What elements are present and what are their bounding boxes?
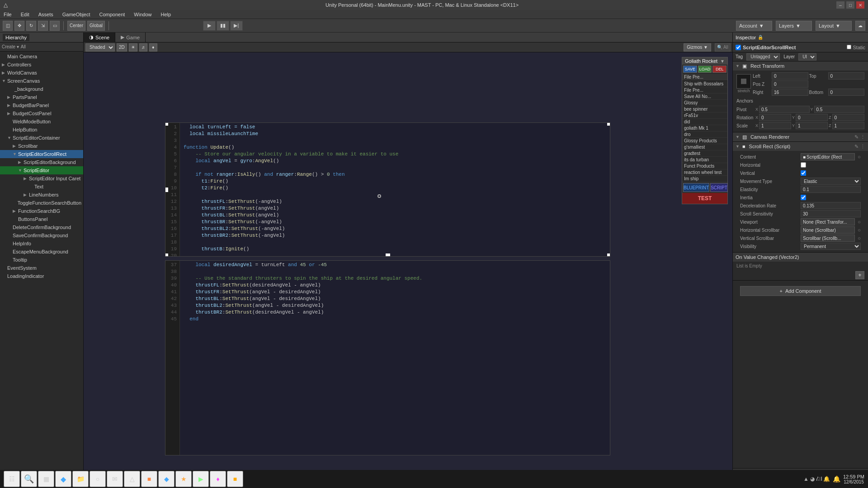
tray-time[interactable]: 12:59 PM 12/6/2015 xyxy=(843,474,864,484)
list-item[interactable]: dro xyxy=(682,131,727,138)
rect-tool[interactable]: ▭ xyxy=(50,21,60,31)
hierarchy-item-budgetbarpanel[interactable]: ▶ BudgetBarPanel xyxy=(0,101,83,109)
code-editor-view-2[interactable]: 373839 404142 434445 local desiredAngVel… xyxy=(165,260,610,455)
list-item[interactable]: its da turban xyxy=(682,157,727,163)
list-item[interactable]: Glossy Products xyxy=(682,138,727,144)
pivot-x[interactable]: 0.5 xyxy=(759,106,809,113)
scale-tool[interactable]: ⇲ xyxy=(38,21,48,31)
on-value-changed-header[interactable]: On Value Changed (Vector2) xyxy=(733,253,868,262)
menu-help[interactable]: Help xyxy=(159,11,173,18)
canvas-renderer-edit-icon[interactable]: ✎ xyxy=(854,134,859,140)
hierarchy-item-scripteditor[interactable]: ▼ ScriptEditor xyxy=(0,166,83,174)
account-dropdown[interactable]: Account ▼ xyxy=(736,21,772,31)
viewport-picker-icon[interactable]: ○ xyxy=(858,219,861,225)
list-item[interactable]: g'smalliest xyxy=(682,144,727,150)
hierarchy-item-scripteditor-input[interactable]: ▶ ScriptEditor Input Caret xyxy=(0,174,83,183)
list-item[interactable]: Ship with Bossalars xyxy=(682,81,727,87)
static-checkbox[interactable] xyxy=(847,45,851,49)
hierarchy-item-main-camera[interactable]: Main Camera xyxy=(0,52,83,61)
rotate-tool[interactable]: ↻ xyxy=(26,21,36,31)
hierarchy-item-budgetcostpanel[interactable]: ▶ BudgetCostPanel xyxy=(0,109,83,117)
canvas-renderer-header[interactable]: ▼ ▧ Canvas Renderer ✎ ⋮ xyxy=(733,132,868,141)
hierarchy-item-worldcanvas[interactable]: ▶ WorldCanvas xyxy=(0,69,83,77)
shading-dropdown[interactable]: Shaded xyxy=(85,43,115,52)
list-item[interactable]: did xyxy=(682,119,727,125)
move-tool[interactable]: ✥ xyxy=(14,21,24,31)
anchor-visual[interactable] xyxy=(736,74,751,89)
list-item[interactable]: Glossy xyxy=(682,100,727,106)
app3-btn[interactable]: ★ xyxy=(175,471,192,487)
pivot-y[interactable]: 0.5 xyxy=(814,106,864,113)
movement-type-dropdown[interactable]: Elastic xyxy=(801,178,861,185)
rot-x[interactable]: 0 xyxy=(759,114,791,121)
sound-button[interactable]: ♬ xyxy=(139,43,147,52)
inertia-checkbox[interactable] xyxy=(801,195,806,200)
layout-dropdown[interactable]: Layout ▼ xyxy=(816,21,852,31)
script-btn[interactable]: SCRIPT xyxy=(710,183,728,192)
content-picker-icon[interactable]: ○ xyxy=(858,154,861,160)
taskview-btn[interactable]: ▦ xyxy=(38,471,54,487)
explorer-btn[interactable]: 📁 xyxy=(72,471,89,487)
lighting-button[interactable]: ☀ xyxy=(129,43,137,52)
all-btn[interactable]: All xyxy=(21,44,26,49)
game-tab[interactable]: ▶ Game xyxy=(115,33,146,42)
create-btn[interactable]: Create ▾ xyxy=(2,44,19,49)
scale-x[interactable]: 1 xyxy=(759,122,791,129)
list-item[interactable]: File Pre... xyxy=(682,87,727,94)
list-item[interactable]: goliath Mk 1 xyxy=(682,125,727,131)
close-button[interactable]: ✕ xyxy=(856,1,864,9)
hierarchy-item-scrollbar[interactable]: ▶ Scrollbar xyxy=(0,142,83,150)
hierarchy-item-weldmodebutton[interactable]: WeldModeButton xyxy=(0,117,83,126)
layers-dropdown[interactable]: Layers ▼ xyxy=(776,21,812,31)
handle-tl[interactable] xyxy=(165,122,168,126)
hierarchy-item-controllers[interactable]: ▶ Controllers xyxy=(0,61,83,69)
list-item[interactable]: Funct Products xyxy=(682,163,727,169)
hierarchy-item-helpbutton[interactable]: HelpButton xyxy=(0,126,83,134)
menu-window[interactable]: Window xyxy=(132,11,153,18)
code-content-2[interactable]: local desiredAngVel = turnLeft and 45 or… xyxy=(180,261,610,455)
bottom-val[interactable]: 0 xyxy=(828,89,865,96)
scale-z[interactable]: 1 xyxy=(832,122,865,129)
inspector-tab[interactable]: Inspector xyxy=(736,35,756,40)
hierarchy-item-scripteditorcontainer[interactable]: ▼ ScriptEditorContainer xyxy=(0,134,83,142)
menu-file[interactable]: File xyxy=(2,11,14,18)
gizmos-button[interactable]: Gizmos ▼ xyxy=(684,43,711,52)
scale-y[interactable]: 1 xyxy=(796,122,828,129)
fx-button[interactable]: ♦ xyxy=(149,43,157,52)
v-scrollbar-picker-icon[interactable]: ○ xyxy=(858,235,861,241)
hierarchy-item-helpinfo[interactable]: HelpInfo xyxy=(0,239,83,248)
vertical-checkbox[interactable] xyxy=(801,170,806,176)
hierarchy-item-saveconfirm[interactable]: SaveConfirmBackground xyxy=(0,231,83,239)
cloud-button[interactable]: ☁ xyxy=(855,21,865,31)
start-button[interactable]: ☷ xyxy=(4,471,20,487)
hierarchy-item-buttonspanel[interactable]: ButtonsPanel xyxy=(0,215,83,223)
blueprint-btn[interactable]: BLUEPRINT xyxy=(683,183,709,192)
scene-viewport[interactable]: 123 456 789 101112 131415 161718 192021 … xyxy=(84,52,732,478)
maximize-button[interactable]: □ xyxy=(846,1,854,9)
list-item[interactable]: Save All No... xyxy=(682,94,727,100)
del-game-btn[interactable]: DEL xyxy=(712,66,726,73)
hierarchy-item-partspanel[interactable]: ▶ PartsPanel xyxy=(0,93,83,101)
code-content[interactable]: local turnLeft = false local missileLaun… xyxy=(180,123,610,256)
hierarchy-item-tooltip[interactable]: Tooltip xyxy=(0,256,83,264)
canvas-renderer-menu-icon[interactable]: ⋮ xyxy=(860,134,865,140)
app6-btn[interactable]: ■ xyxy=(227,471,243,487)
menu-edit[interactable]: Edit xyxy=(19,11,31,18)
hand-tool[interactable]: ◫ xyxy=(3,21,13,31)
hierarchy-item-scripteditorscrollrect[interactable]: ▼ ScriptEditorScrollRect xyxy=(0,150,83,158)
handle-bm[interactable] xyxy=(386,253,390,257)
search-taskbar-btn[interactable]: 🔍 xyxy=(21,471,37,487)
handle-bl[interactable] xyxy=(165,253,168,257)
visibility-dropdown[interactable]: Permanent xyxy=(801,243,861,250)
handle-br[interactable] xyxy=(607,253,610,257)
app1-btn[interactable]: ■ xyxy=(141,471,157,487)
list-item[interactable]: rFa51v xyxy=(682,113,727,119)
object-enabled-checkbox[interactable] xyxy=(736,45,741,50)
top-val[interactable]: 0 xyxy=(828,72,865,80)
chrome-btn[interactable]: ○ xyxy=(90,471,106,487)
game-panel-list[interactable]: Ship with Bossalars File Pre... Save All… xyxy=(682,81,727,182)
app5-btn[interactable]: ♦ xyxy=(210,471,226,487)
horizontal-checkbox[interactable] xyxy=(801,162,806,168)
list-item[interactable]: Im ship xyxy=(682,176,727,182)
hierarchy-item-screencanvas[interactable]: ▼ ScreenCanvas xyxy=(0,77,83,85)
